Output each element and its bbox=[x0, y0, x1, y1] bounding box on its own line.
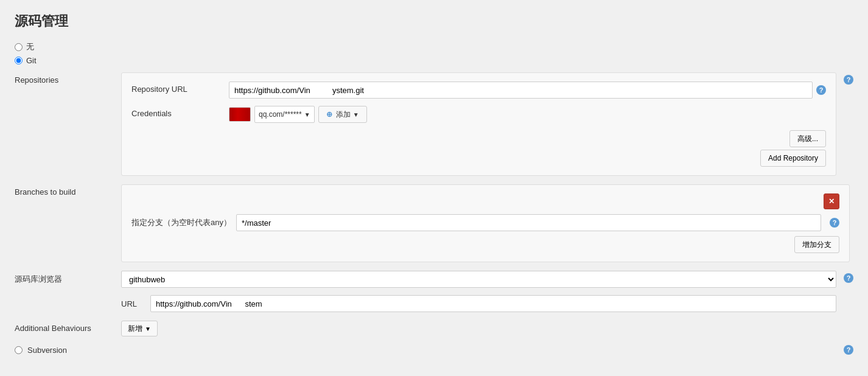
delete-branch-button[interactable]: ✕ bbox=[824, 193, 839, 209]
repo-url-row: Repository URL ? bbox=[131, 82, 826, 99]
credentials-controls: qq.com/****** ▼ ⊕ 添加 ▼ bbox=[229, 106, 826, 123]
add-key-icon: ⊕ bbox=[326, 110, 332, 119]
repositories-help-icon[interactable]: ? bbox=[844, 75, 853, 85]
credentials-label: Credentials bbox=[131, 106, 229, 118]
subversion-help-icon[interactable]: ? bbox=[844, 345, 853, 355]
source-browser-help: ? bbox=[840, 271, 853, 283]
source-browser-row: 源码库浏览器 githubweb URL ? bbox=[15, 271, 853, 312]
repo-url-input[interactable] bbox=[229, 82, 813, 99]
radio-git-input[interactable] bbox=[15, 57, 23, 64]
repositories-help: ? bbox=[840, 72, 853, 85]
chevron-down-icon: ▼ bbox=[304, 111, 310, 118]
additional-behaviours-content: 新增 ▼ bbox=[121, 321, 853, 336]
repositories-block: Repository URL ? Credentials bbox=[121, 72, 836, 176]
credentials-content: qq.com/****** ▼ ⊕ 添加 ▼ bbox=[229, 106, 826, 123]
credentials-select[interactable]: qq.com/****** ▼ bbox=[254, 106, 315, 123]
advanced-row: 高级... bbox=[131, 130, 826, 147]
source-browser-select[interactable]: githubweb bbox=[121, 271, 836, 288]
add-credentials-button[interactable]: ⊕ 添加 ▼ bbox=[318, 106, 367, 123]
source-browser-url-row: URL bbox=[121, 295, 836, 312]
add-repository-button[interactable]: Add Repository bbox=[760, 150, 826, 167]
radio-none[interactable]: 无 bbox=[15, 41, 853, 52]
cred-color-patch bbox=[229, 107, 251, 122]
add-behaviour-button[interactable]: 新增 ▼ bbox=[121, 321, 158, 336]
source-browser-select-row: githubweb bbox=[121, 271, 836, 288]
add-repository-row: Add Repository bbox=[131, 150, 826, 167]
repositories-row: Repositories Repository URL ? Credential… bbox=[15, 72, 853, 176]
branches-label: Branches to build bbox=[15, 184, 121, 197]
radio-none-input[interactable] bbox=[15, 43, 23, 51]
branches-content: ✕ 指定分支（为空时代表any） ? 增加分支 bbox=[121, 184, 850, 262]
add-behaviour-label: 新增 bbox=[128, 324, 142, 334]
repo-url-label: Repository URL bbox=[131, 82, 229, 94]
radio-subversion-input[interactable] bbox=[15, 346, 23, 354]
add-behaviour-caret-icon: ▼ bbox=[145, 326, 151, 332]
source-browser-content: githubweb URL bbox=[121, 271, 836, 312]
source-browser-url-input[interactable] bbox=[150, 295, 836, 312]
scm-options: 无 Git bbox=[15, 41, 853, 65]
add-branch-button[interactable]: 增加分支 bbox=[794, 236, 839, 253]
branch-input[interactable] bbox=[236, 214, 821, 231]
add-branch-row: 增加分支 bbox=[131, 236, 839, 253]
additional-behaviours-row: Additional Behaviours 新增 ▼ bbox=[15, 321, 853, 336]
branches-row: Branches to build ✕ 指定分支（为空时代表any） ? 增加分… bbox=[15, 184, 853, 262]
repositories-label: Repositories bbox=[15, 72, 121, 85]
branch-input-row: 指定分支（为空时代表any） ? bbox=[131, 214, 839, 231]
radio-subversion[interactable]: Subversion ? bbox=[15, 345, 853, 355]
credentials-select-value: qq.com/****** bbox=[259, 110, 302, 119]
credentials-row: Credentials qq.com/****** ▼ bbox=[131, 106, 826, 123]
repo-url-content: ? bbox=[229, 82, 826, 99]
radio-subversion-label: Subversion bbox=[27, 346, 67, 355]
source-browser-url-label: URL bbox=[121, 299, 145, 308]
branch-delete-row: ✕ bbox=[131, 193, 839, 209]
branch-field-label: 指定分支（为空时代表any） bbox=[131, 217, 231, 228]
repo-url-help-icon[interactable]: ? bbox=[816, 85, 826, 95]
source-browser-label: 源码库浏览器 bbox=[15, 271, 121, 285]
radio-git[interactable]: Git bbox=[15, 56, 853, 65]
branch-help-icon[interactable]: ? bbox=[830, 218, 839, 228]
page-title: 源码管理 bbox=[15, 12, 853, 30]
additional-behaviours-label: Additional Behaviours bbox=[15, 321, 121, 333]
repositories-content: Repository URL ? Credentials bbox=[121, 72, 836, 176]
advanced-button[interactable]: 高级... bbox=[789, 130, 826, 147]
radio-none-label: 无 bbox=[26, 41, 34, 52]
radio-git-label: Git bbox=[26, 56, 37, 65]
branches-block: ✕ 指定分支（为空时代表any） ? 增加分支 bbox=[121, 184, 850, 262]
add-credentials-label: 添加 bbox=[336, 110, 351, 120]
git-section: Repositories Repository URL ? Credential… bbox=[15, 72, 853, 336]
source-browser-help-icon[interactable]: ? bbox=[844, 273, 853, 283]
add-caret-icon: ▼ bbox=[353, 111, 359, 118]
